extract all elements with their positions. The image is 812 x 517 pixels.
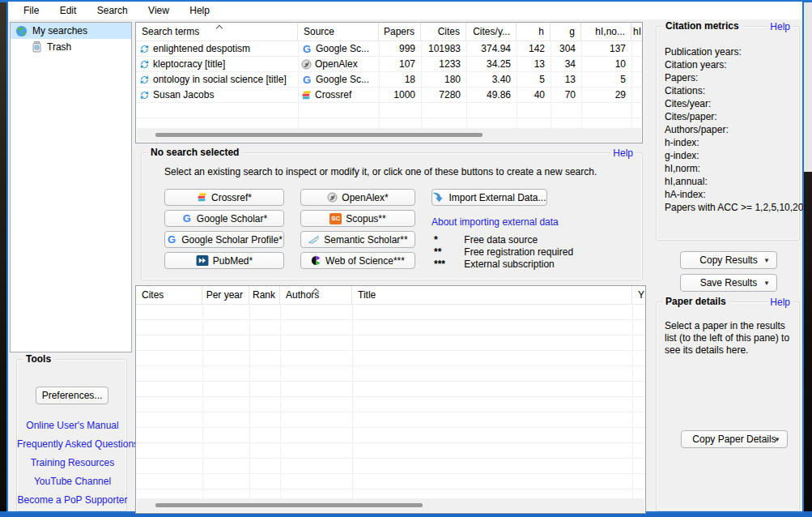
col-title[interactable]: Title	[352, 286, 632, 304]
paper-details-placeholder-text: Select a paper in the results list (to t…	[665, 320, 794, 357]
gridline	[421, 41, 422, 128]
copy-paper-details-button[interactable]: Copy Paper Details ▼	[681, 430, 788, 448]
menu-help[interactable]: Help	[181, 2, 219, 20]
col-year[interactable]: Y	[632, 286, 645, 304]
gridline	[581, 41, 582, 128]
metric-hi-annual: hI,annual:	[665, 176, 708, 187]
refresh-icon	[139, 44, 150, 54]
col-authors[interactable]: Authors	[280, 286, 352, 304]
col-rank[interactable]: Rank	[249, 286, 280, 304]
metric-hi-norm: hI,norm:	[665, 163, 700, 174]
col-cites[interactable]: Cites	[421, 23, 466, 41]
dropdown-arrow-icon: ▼	[774, 436, 780, 443]
google-scholar-profile-button[interactable]: G Google Scholar Profile*	[164, 231, 284, 248]
col-h[interactable]: h	[517, 23, 551, 41]
gridline	[280, 304, 281, 498]
scrollbar-thumb[interactable]	[155, 503, 423, 507]
metric-cites-paper: Cites/paper:	[665, 111, 717, 122]
menu-edit[interactable]: Edit	[51, 2, 86, 20]
legend-external-subscription: *** External subscription	[434, 258, 555, 270]
metric-authors-paper: Authors/paper:	[665, 124, 729, 135]
tools-group-title: Tools	[23, 353, 54, 365]
empty-row	[136, 397, 645, 412]
tree-item-my-searches[interactable]: My searches	[11, 23, 131, 39]
google-scholar-icon: G	[301, 72, 312, 88]
col-cites[interactable]: Cites	[136, 286, 202, 304]
link-youtube-channel[interactable]: YouTube Channel	[17, 476, 128, 487]
save-results-button[interactable]: Save Results ▼	[680, 274, 777, 292]
scrollbar-thumb[interactable]	[155, 133, 483, 137]
menu-file[interactable]: File	[15, 2, 48, 20]
metric-papers: Papers:	[665, 72, 698, 83]
link-online-users-manual[interactable]: Online User's Manual	[17, 420, 128, 431]
gridline	[551, 41, 551, 128]
refresh-icon	[139, 59, 150, 70]
scopus-button[interactable]: SC Scopus**	[300, 210, 415, 227]
col-papers[interactable]: Papers	[379, 23, 421, 41]
copy-results-button[interactable]: Copy Results ▼	[680, 251, 777, 269]
web-of-science-button[interactable]: Web of Science***	[300, 252, 415, 269]
dropdown-arrow-icon: ▼	[763, 280, 770, 287]
search-row-kleptocracy[interactable]: kleptocracy [title] OpenAlex 107 1233 34…	[136, 57, 642, 72]
tree-item-trash[interactable]: Trash	[11, 39, 131, 55]
empty-row	[136, 443, 645, 459]
gridline	[249, 304, 250, 498]
import-external-data-button[interactable]: Import External Data...	[432, 189, 547, 206]
link-become-pop-supporter[interactable]: Become a PoP Supporter	[17, 494, 128, 506]
citation-metrics-title: Citation metrics	[662, 20, 742, 32]
about-importing-link[interactable]: About importing external data	[432, 216, 559, 228]
col-search-terms[interactable]: Search terms	[136, 23, 298, 41]
pubmed-button[interactable]: PubMed*	[164, 252, 284, 269]
menu-view[interactable]: View	[139, 2, 178, 20]
empty-row	[136, 103, 642, 118]
preferences-button[interactable]: Preferences...	[36, 387, 108, 404]
no-search-selected-group: No search selected Help Select an existi…	[141, 152, 643, 280]
crossref-icon	[197, 192, 207, 203]
crossref-button[interactable]: Crossref*	[164, 189, 284, 206]
menu-search[interactable]: Search	[88, 2, 137, 20]
paper-details-group: Paper details Help Select a paper in the…	[656, 301, 800, 511]
search-row-susan-jacobs[interactable]: Susan Jacobs Crossref 1000 7280 49.86 40…	[136, 88, 642, 103]
link-training-resources[interactable]: Training Resources	[17, 457, 128, 468]
menu-bar: File Edit Search View Help	[8, 2, 802, 20]
help-link[interactable]: Help	[610, 147, 636, 159]
google-scholar-button[interactable]: G Google Scholar*	[164, 210, 284, 227]
metric-h-index: h-index:	[665, 137, 699, 148]
empty-row	[136, 366, 645, 382]
gridline	[352, 304, 353, 498]
tree-item-label: Trash	[47, 41, 71, 53]
col-hi-norm[interactable]: hI,no...	[581, 23, 631, 41]
gridline	[517, 41, 517, 128]
col-g[interactable]: g	[551, 23, 581, 41]
openalex-icon	[327, 192, 338, 203]
openalex-icon	[301, 59, 312, 70]
help-link[interactable]: Help	[767, 297, 793, 308]
semantic-scholar-button[interactable]: Semantic Scholar**	[300, 231, 415, 248]
sort-asc-icon	[217, 24, 223, 30]
col-cites-per-year[interactable]: Cites/y...	[466, 23, 517, 41]
results-table-hscrollbar[interactable]	[137, 498, 644, 512]
gridline	[379, 41, 380, 128]
link-frequently-asked-questions[interactable]: Frequently Asked Questions	[17, 438, 128, 450]
crossref-icon	[301, 90, 312, 100]
metric-publication-years: Publication years:	[665, 46, 742, 58]
metric-g-index: g-index:	[665, 150, 699, 161]
col-per-year[interactable]: Per year	[202, 286, 249, 304]
empty-row	[136, 351, 645, 366]
tree-item-label: My searches	[32, 25, 87, 36]
scopus-icon: SC	[329, 213, 342, 224]
metric-ha-index: hA-index:	[665, 189, 706, 200]
publish-or-perish-window: File Edit Search View Help My searches T…	[6, 0, 804, 513]
openalex-button[interactable]: OpenAlex*	[300, 189, 415, 206]
search-row-ontology[interactable]: ontology in social science [title] G Goo…	[136, 72, 642, 88]
new-search-instruction: Select an existing search to inspect or …	[164, 166, 597, 177]
help-link[interactable]: Help	[767, 21, 793, 32]
searches-table-hscrollbar[interactable]	[137, 128, 641, 142]
col-source[interactable]: Source	[298, 23, 379, 41]
empty-row	[136, 382, 645, 397]
search-row-enlightened-despotism[interactable]: enlightened despotism G Google Sc... 999…	[136, 41, 642, 57]
empty-row	[136, 428, 645, 443]
import-arrow-icon	[432, 192, 444, 203]
refresh-icon	[139, 90, 150, 100]
col-hi-annual[interactable]: hI,a	[631, 23, 642, 41]
